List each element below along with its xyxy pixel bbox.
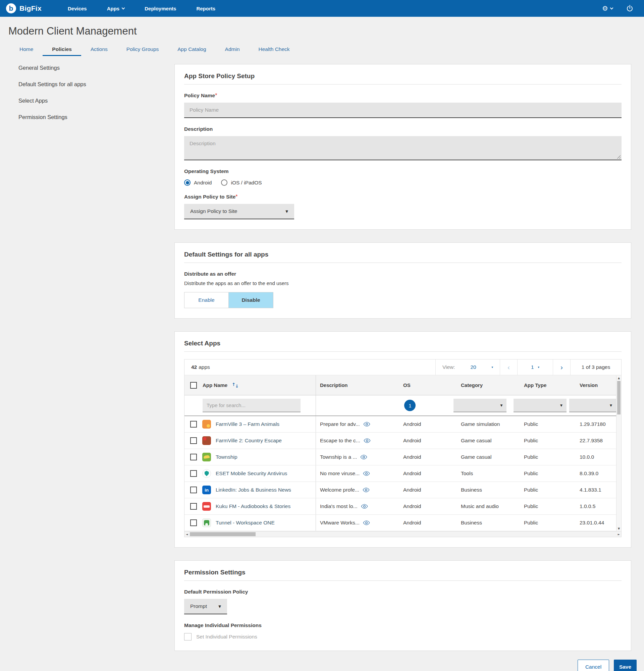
description-text: Township is a ...: [320, 454, 357, 460]
nav-devices-label: Devices: [68, 6, 87, 11]
version-cell: 23.01.0.44: [576, 520, 616, 526]
eye-icon[interactable]: [363, 520, 370, 525]
logout-button[interactable]: [626, 5, 633, 12]
eye-icon[interactable]: [361, 504, 368, 509]
tab-policies[interactable]: Policies: [42, 46, 81, 56]
next-page-button[interactable]: ›: [553, 359, 570, 375]
page-number-select[interactable]: 1 ▾: [517, 359, 553, 375]
category-cell: Game casual: [457, 438, 520, 444]
row-checkbox[interactable]: [190, 486, 197, 493]
row-checkbox[interactable]: [190, 503, 197, 510]
os-filter-badge[interactable]: 1: [404, 400, 416, 411]
nav-devices[interactable]: Devices: [68, 6, 87, 11]
eye-icon[interactable]: [364, 438, 371, 443]
description-cell: India's most lo...: [316, 503, 399, 509]
row-checkbox[interactable]: [190, 421, 197, 428]
app-type-cell: Public: [520, 438, 576, 444]
scroll-right-icon[interactable]: ►: [618, 533, 620, 536]
settings-menu-button[interactable]: ⚙: [602, 5, 613, 12]
select-all-checkbox[interactable]: [190, 382, 197, 389]
radio-android[interactable]: Android: [184, 179, 212, 186]
policy-name-input[interactable]: [184, 103, 621, 118]
frozen-header-group: App Name ↑ ↓: [185, 375, 316, 395]
assign-site-dropdown[interactable]: Assign Policy to Site ▼: [184, 204, 294, 219]
manage-individual-permissions-group: Manage Individual Permissions Set Indivi…: [184, 622, 621, 641]
required-marker: *: [236, 194, 238, 200]
sidebar-item-select-apps[interactable]: Select Apps: [0, 98, 174, 104]
table-toolbar: 42 apps View: 20 ▾ ‹ 1 ▾: [185, 359, 621, 375]
radio-ios-ipados[interactable]: iOS / iPadOS: [221, 179, 262, 186]
page-number-value: 1: [531, 364, 534, 370]
scroll-down-icon[interactable]: ▼: [617, 527, 621, 530]
horizontal-scrollbar[interactable]: ◄ ►: [185, 531, 621, 537]
dropdown-caret-icon: ▼: [560, 404, 563, 407]
vertical-scrollbar[interactable]: ▲ ▼: [616, 376, 621, 531]
row-checkbox[interactable]: [190, 437, 197, 444]
apps-count: 42 apps: [191, 359, 210, 375]
row-checkbox[interactable]: [190, 470, 197, 477]
tab-policy-groups[interactable]: Policy Groups: [117, 46, 168, 56]
eye-icon[interactable]: [363, 488, 370, 492]
prev-page-button[interactable]: ‹: [500, 359, 517, 375]
eye-icon[interactable]: [360, 455, 367, 459]
horizontal-scrollbar-thumb[interactable]: [190, 532, 256, 536]
sidebar-item-general-settings[interactable]: General Settings: [0, 65, 174, 71]
dropdown-caret-icon: ▼: [218, 605, 221, 608]
set-individual-permissions-label: Set Individual Permissions: [196, 634, 257, 640]
tab-actions[interactable]: Actions: [81, 46, 117, 56]
required-marker: *: [215, 92, 217, 98]
nav-reports[interactable]: Reports: [196, 6, 215, 11]
page-size-select[interactable]: View: 20 ▾: [435, 359, 500, 375]
scroll-left-icon[interactable]: ◄: [186, 533, 188, 536]
dropdown-caret-icon: ▼: [286, 210, 288, 213]
bigfix-logo-icon: b: [6, 3, 16, 13]
table-row: FarmVille 2: Country Escape Escape to th…: [185, 433, 621, 449]
tab-app-catalog[interactable]: App Catalog: [168, 46, 215, 56]
vertical-scrollbar-thumb[interactable]: [617, 381, 620, 415]
bigfix-logo[interactable]: b BigFix: [6, 3, 41, 13]
set-individual-permissions-checkbox[interactable]: [184, 633, 191, 641]
assign-site-dropdown-value: Assign Policy to Site: [190, 208, 237, 214]
permission-policy-dropdown[interactable]: Prompt ▼: [184, 599, 227, 614]
assign-site-label: Assign Policy to Site: [184, 194, 236, 200]
default-permission-policy-label: Default Permission Policy: [184, 589, 248, 595]
frozen-cell-group: in LinkedIn: Jobs & Business News: [185, 482, 316, 498]
cancel-button[interactable]: Cancel: [578, 660, 609, 671]
category-filter-dropdown[interactable]: ▼: [454, 399, 506, 412]
nav-deployments[interactable]: Deployments: [144, 6, 176, 11]
scroll-up-icon[interactable]: ▲: [617, 377, 621, 380]
eye-icon[interactable]: [363, 471, 370, 476]
enable-button[interactable]: Enable: [185, 292, 229, 308]
description-textarea[interactable]: [184, 136, 621, 160]
nav-reports-label: Reports: [196, 6, 215, 11]
os-cell: Android: [399, 520, 457, 526]
save-button[interactable]: Save: [614, 660, 636, 671]
os-filter-cell: 1: [395, 400, 450, 411]
default-permission-policy-group: Default Permission Policy Prompt ▼: [184, 589, 621, 614]
sidebar-item-permission-settings[interactable]: Permission Settings: [0, 114, 174, 121]
panel-title: Default Settings for all apps: [184, 251, 621, 258]
sidebar-item-default-settings[interactable]: Default Settings for all apps: [0, 81, 174, 88]
dropdown-caret-icon: ▼: [610, 404, 612, 407]
app-type-filter-dropdown[interactable]: ▼: [514, 399, 567, 412]
tab-admin[interactable]: Admin: [216, 46, 249, 56]
version-filter-dropdown[interactable]: ▼: [569, 399, 616, 412]
power-icon-line: [629, 5, 630, 9]
version-cell: 10.0.0: [576, 454, 616, 460]
version-cell: 8.0.39.0: [576, 470, 616, 477]
tab-home[interactable]: Home: [10, 46, 42, 56]
app-type-cell: Public: [520, 421, 576, 427]
tab-health-check[interactable]: Health Check: [249, 46, 299, 56]
row-checkbox[interactable]: [190, 519, 197, 526]
frozen-cell-group: Kuku FM - Audiobooks & Stories: [185, 498, 316, 515]
app-name-search-input[interactable]: [203, 399, 301, 412]
app-type-cell: Public: [520, 454, 576, 460]
nav-apps[interactable]: Apps: [107, 6, 125, 11]
sort-icon[interactable]: ↑ ↓: [232, 383, 239, 388]
disable-button[interactable]: Disable: [229, 292, 273, 308]
eye-icon[interactable]: [363, 422, 370, 427]
distribute-offer-group: Distribute as an offer Distribute the ap…: [184, 271, 621, 308]
row-checkbox[interactable]: [190, 454, 197, 460]
col-app-name: App Name: [203, 382, 227, 388]
frozen-filter-group: [185, 395, 316, 416]
